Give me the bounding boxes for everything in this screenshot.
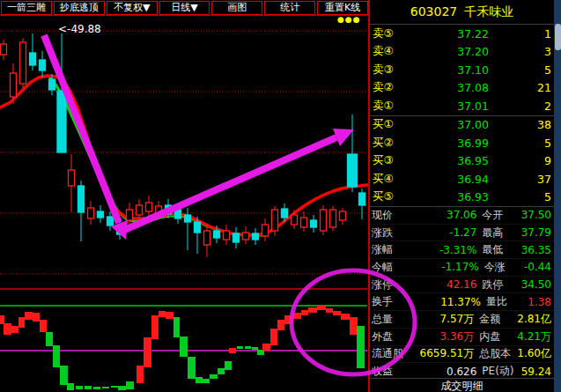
- stat-label: 今开: [476, 208, 520, 223]
- stat-label: 现价: [370, 208, 409, 223]
- price-annotation-label: <-49.88: [58, 23, 101, 35]
- stat-row: 换手11.37%量比1.38: [370, 293, 554, 311]
- stat-label: PE(动): [476, 364, 520, 379]
- level-volume: 2: [489, 100, 554, 113]
- panel-scrollbar[interactable]: [554, 0, 561, 392]
- scrollbar-thumb[interactable]: [555, 24, 561, 50]
- toolbar-button-0[interactable]: 一箭三雕: [1, 1, 52, 15]
- stat-value: 42.16: [409, 278, 476, 291]
- level-volume: 1: [489, 27, 554, 41]
- stock-stats: 现价37.06今开37.50涨跌-1.27最高37.79涨幅-3.31%最低36…: [370, 207, 554, 381]
- stat-value: 0.626: [409, 366, 476, 378]
- stat-value: 7.57万: [408, 312, 474, 327]
- level-price: 36.93: [408, 190, 489, 203]
- stat-row: 外盘3.36万内盘4.21万: [370, 329, 554, 346]
- level-price: 37.01: [408, 100, 489, 113]
- stat-label: 涨停: [370, 277, 409, 292]
- stat-label: 外盘: [370, 329, 408, 344]
- stat-label: 内盘: [474, 329, 517, 344]
- quote-level-row[interactable]: 卖④37.203: [370, 43, 554, 62]
- level-label: 买②: [370, 136, 408, 151]
- quote-level-row[interactable]: 买④36.9437: [370, 170, 554, 189]
- stat-label: 涨跌: [370, 226, 409, 240]
- stat-value: 3.36万: [408, 329, 474, 344]
- stat-row: 涨幅-3.31%最低36.35: [370, 241, 554, 259]
- trade-detail-tab[interactable]: 成交明细: [370, 378, 554, 392]
- level-price: 36.99: [408, 137, 489, 150]
- level-price: 36.94: [408, 173, 489, 186]
- toolbar-button-4[interactable]: 画图: [211, 1, 262, 15]
- stat-label: 总量: [370, 312, 408, 327]
- stat-label: 今涨: [479, 260, 524, 275]
- quote-level-row[interactable]: 买①37.0038: [370, 116, 554, 135]
- level-volume: 9: [489, 154, 554, 167]
- stat-label: 金额: [474, 312, 517, 327]
- quote-level-row[interactable]: 卖③37.105: [370, 61, 554, 79]
- stat-label: 跌停: [476, 277, 520, 292]
- level-label: 卖②: [370, 80, 408, 95]
- stat-row: 现价37.06今开37.50: [370, 207, 554, 225]
- buy-levels: 买①37.0038买②36.995买③36.959买④36.9437买⑤36.9…: [370, 116, 554, 208]
- toolbar-button-1[interactable]: 抄底逃顶: [54, 1, 105, 15]
- stat-label: 今幅: [370, 260, 410, 275]
- stat-value: 1.38: [527, 296, 554, 308]
- more-options-icon[interactable]: ●●●: [337, 15, 361, 24]
- level-volume: 37: [489, 173, 554, 186]
- level-volume: 38: [489, 118, 554, 131]
- level-label: 卖③: [370, 63, 408, 78]
- stat-label: 收益: [370, 364, 409, 379]
- toolbar-button-5[interactable]: 统计: [264, 1, 315, 15]
- stat-row: 今幅-1.17%今涨-0.44: [370, 259, 554, 277]
- stock-title: 603027千禾味业: [370, 0, 554, 25]
- level-price: 37.08: [408, 81, 489, 94]
- level-label: 买⑤: [370, 189, 408, 204]
- stock-chart[interactable]: [0, 16, 369, 392]
- stat-label: 流通股: [370, 346, 408, 361]
- level-label: 买④: [370, 172, 408, 187]
- stat-row: 涨跌-1.27最高37.79: [370, 225, 554, 242]
- level-volume: 3: [489, 45, 554, 58]
- stat-value: 11.37%: [410, 296, 481, 308]
- level-volume: 5: [489, 190, 554, 203]
- stat-value: -1.17%: [410, 261, 479, 273]
- quote-level-row[interactable]: 买⑤36.935: [370, 189, 554, 207]
- toolbar-button-3[interactable]: 日线▼: [159, 1, 210, 15]
- level-price: 37.10: [408, 63, 489, 77]
- stat-label: 换手: [370, 294, 410, 309]
- stat-row: 总量7.57万金额2.81亿: [370, 311, 554, 329]
- stock-name: 千禾味业: [464, 4, 513, 18]
- level-label: 卖⑤: [370, 26, 408, 41]
- stat-label: 总股本: [474, 346, 517, 361]
- stat-row: 涨停42.16跌停34.50: [370, 277, 554, 294]
- level-label: 卖④: [370, 44, 408, 59]
- stat-value: 4.21万: [517, 329, 554, 344]
- stat-value: -1.27: [409, 226, 476, 239]
- level-price: 37.20: [408, 45, 489, 58]
- quote-level-row[interactable]: 买③36.959: [370, 152, 554, 171]
- quote-level-row[interactable]: 卖②37.0821: [370, 79, 554, 98]
- toolbar-button-2[interactable]: 不复权▼: [107, 1, 158, 15]
- quote-level-row[interactable]: 卖⑤37.221: [370, 25, 554, 43]
- stat-value: 37.79: [521, 226, 554, 239]
- level-price: 37.22: [408, 27, 489, 41]
- toolbar-button-6[interactable]: 重置K线: [317, 1, 368, 15]
- level-volume: 5: [489, 63, 554, 77]
- sell-levels: 卖⑤37.221卖④37.203卖③37.105卖②37.0821卖①37.01…: [370, 25, 554, 116]
- level-volume: 5: [489, 137, 554, 150]
- stat-label: 最低: [476, 242, 520, 257]
- level-price: 37.00: [408, 118, 489, 131]
- level-label: 卖①: [370, 99, 408, 114]
- stat-value: 34.50: [521, 278, 554, 291]
- stat-value: -3.31%: [409, 244, 476, 256]
- stat-value: -0.44: [524, 261, 554, 273]
- stat-value: 6659.51万: [408, 346, 474, 361]
- stat-value: 1.60亿: [517, 346, 554, 361]
- stat-label: 最高: [476, 226, 520, 240]
- level-price: 36.95: [408, 154, 489, 167]
- stat-label: 涨幅: [370, 242, 409, 257]
- quote-level-row[interactable]: 卖①37.012: [370, 97, 554, 115]
- quote-level-row[interactable]: 买②36.995: [370, 134, 554, 152]
- stat-value: 37.06: [409, 209, 476, 221]
- stat-value: 2.81亿: [517, 312, 554, 327]
- stat-label: 量比: [481, 294, 527, 309]
